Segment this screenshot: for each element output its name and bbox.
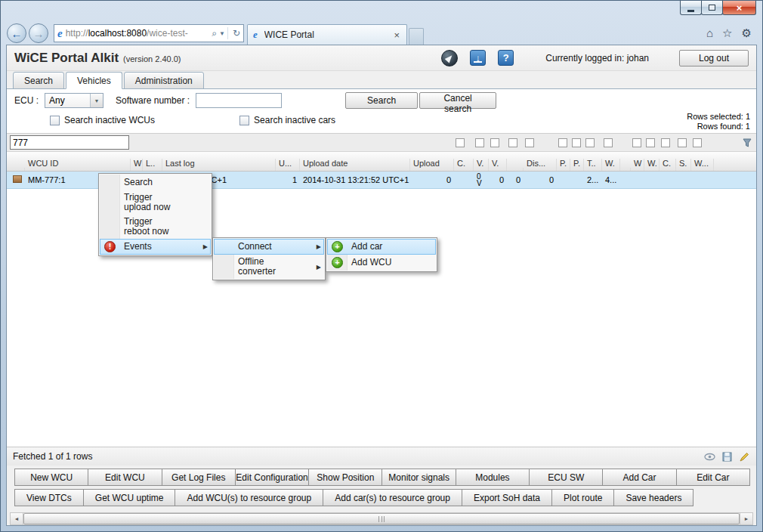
cancel-search-button[interactable]: Cancel search (419, 92, 496, 109)
tab-close-icon[interactable]: × (392, 29, 401, 41)
column-header[interactable]: S. (676, 159, 691, 171)
action-button-view-dtcs[interactable]: View DTCs (14, 489, 84, 506)
column-filter-box[interactable] (693, 138, 702, 147)
column-filter-box[interactable] (525, 138, 534, 147)
column-header[interactable] (7, 168, 25, 171)
column-filter-box[interactable] (646, 138, 655, 147)
column-header[interactable]: P. (570, 159, 584, 171)
search-icon[interactable]: ⌕ (212, 28, 217, 39)
column-header[interactable]: C. (660, 159, 676, 171)
action-button-edit-wcu[interactable]: Edit WCU (88, 469, 162, 486)
search-inactive-cars-checkbox[interactable] (239, 116, 249, 125)
column-filter-box[interactable] (475, 138, 484, 147)
action-button-modules[interactable]: Modules (456, 469, 530, 486)
column-header[interactable]: W (131, 159, 143, 171)
column-header[interactable]: C. (454, 159, 474, 171)
menu-item-trigger-upload-now[interactable]: Trigger upload now (100, 190, 211, 215)
action-button-get-wcu-uptime[interactable]: Get WCU uptime (84, 489, 176, 506)
close-button[interactable]: × (722, 1, 756, 15)
tab-vehicles[interactable]: Vehicles (66, 72, 122, 89)
url-text[interactable]: http://localhost:8080/wice-test- (66, 28, 210, 39)
column-filter-box[interactable] (572, 138, 581, 147)
action-button-add-wcu-s-to-resource-group[interactable]: Add WCU(s) to resource group (175, 489, 323, 506)
action-button-export-soh-data[interactable]: Export SoH data (462, 489, 552, 506)
column-header[interactable] (620, 168, 631, 171)
logout-button[interactable]: Log out (679, 50, 749, 66)
action-button-add-car[interactable]: Add Car (603, 469, 676, 486)
menu-item-search[interactable]: Search (100, 175, 211, 190)
column-header[interactable]: Upload (410, 159, 454, 171)
column-filter-box[interactable] (632, 138, 641, 147)
scroll-right-arrow[interactable]: ► (740, 513, 752, 524)
window-titlebar[interactable]: × (1, 1, 762, 22)
settings-gear-icon[interactable]: ⚙ (742, 26, 752, 40)
download-icon[interactable]: ↓ (470, 50, 486, 66)
compass-icon[interactable] (441, 50, 458, 66)
column-filter-box[interactable] (585, 138, 595, 147)
scroll-left-arrow[interactable]: ◄ (11, 513, 23, 524)
back-button[interactable]: ← (7, 23, 26, 43)
column-filter-box[interactable] (456, 138, 465, 147)
chevron-down-icon[interactable]: ▼ (219, 30, 225, 37)
column-filter-box[interactable] (508, 138, 517, 147)
address-bar[interactable]: e http://localhost:8080/wice-test- ⌕ ▼ ↻ (54, 24, 244, 42)
column-header[interactable]: WCU ID (25, 159, 131, 171)
filter-funnel-icon[interactable] (742, 138, 752, 148)
minimize-button[interactable] (680, 1, 702, 15)
column-header[interactable]: V. (489, 159, 507, 171)
action-button-edit-configuration[interactable]: Edit Configuration (236, 469, 309, 486)
favorites-star-icon[interactable]: ☆ (722, 26, 732, 40)
software-number-input[interactable] (196, 93, 282, 108)
refresh-icon[interactable]: ↻ (233, 28, 240, 39)
action-button-new-wcu[interactable]: New WCU (14, 469, 88, 486)
eye-icon[interactable] (704, 451, 715, 462)
forward-button[interactable]: → (29, 23, 48, 43)
action-button-edit-car[interactable]: Edit Car (677, 469, 750, 486)
horizontal-scrollbar[interactable]: ◄ ► (10, 512, 753, 525)
menu-item-add-wcu[interactable]: +Add WCU (327, 255, 436, 271)
column-filter-box[interactable] (558, 138, 567, 147)
help-icon[interactable]: ? (498, 50, 514, 66)
column-header[interactable]: U... (276, 159, 300, 171)
wcu-id-filter-input[interactable] (10, 135, 129, 150)
search-button[interactable]: Search (345, 92, 418, 109)
menu-item-trigger-reboot-now[interactable]: Trigger reboot now (100, 215, 211, 239)
column-header[interactable]: W. (644, 159, 660, 171)
action-button-plot-route[interactable]: Plot route (552, 489, 614, 506)
menu-item-add-car[interactable]: +Add car (327, 239, 436, 255)
action-button-get-log-files[interactable]: Get Log Files (162, 469, 236, 486)
column-header[interactable]: T.. (584, 159, 602, 171)
ecu-select[interactable]: Any ▼ (45, 93, 103, 108)
column-header[interactable]: W (631, 159, 644, 171)
browser-tab[interactable]: e WICE Portal × (247, 24, 407, 45)
action-button-show-position[interactable]: Show Position (309, 469, 382, 486)
column-header[interactable]: Last log (162, 159, 276, 171)
menu-item-offline-converter[interactable]: Offline converter▶ (214, 255, 324, 279)
new-tab-button[interactable] (409, 28, 424, 45)
tab-search[interactable]: Search (13, 72, 64, 89)
column-filter-box[interactable] (678, 138, 687, 147)
column-header[interactable]: L.. (143, 159, 162, 171)
column-header[interactable] (507, 168, 524, 171)
action-button-add-car-s-to-resource-group[interactable]: Add car(s) to resource group (323, 489, 462, 506)
search-inactive-wcus-checkbox[interactable] (50, 116, 60, 125)
column-filter-box[interactable] (490, 138, 499, 147)
scroll-thumb[interactable] (23, 513, 740, 524)
select-chevron-down-icon[interactable]: ▼ (90, 94, 103, 107)
column-header[interactable]: W. (602, 159, 620, 171)
column-header[interactable]: V. (474, 159, 489, 171)
home-icon[interactable]: ⌂ (706, 26, 713, 40)
pen-icon[interactable] (739, 451, 750, 462)
menu-item-events[interactable]: !Events▶ (100, 239, 211, 255)
column-header[interactable]: P. (557, 159, 570, 171)
column-header[interactable]: Dis... (524, 159, 557, 171)
column-filter-box[interactable] (661, 138, 670, 147)
column-header[interactable]: W... (691, 159, 714, 171)
column-filter-box[interactable] (604, 138, 613, 147)
action-button-monitor-signals[interactable]: Monitor signals (382, 469, 456, 486)
save-export-icon[interactable] (721, 451, 733, 462)
maximize-button[interactable] (701, 1, 723, 15)
column-header[interactable]: Upload date (300, 159, 410, 171)
menu-item-connect[interactable]: Connect▶ (214, 239, 324, 255)
action-button-ecu-sw[interactable]: ECU SW (530, 469, 603, 486)
